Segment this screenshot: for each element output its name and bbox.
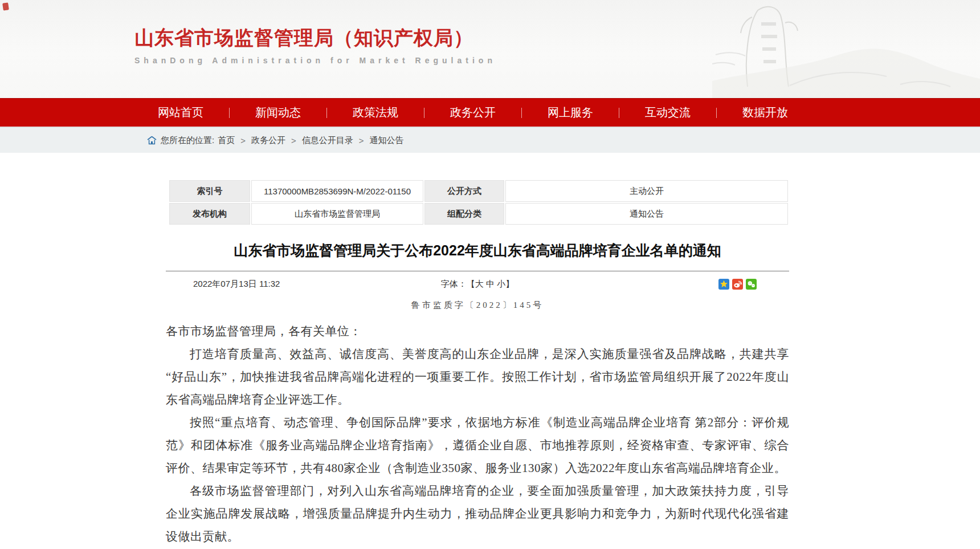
weibo-share-icon[interactable] — [732, 279, 743, 290]
info-label-issuing-agency: 发布机构 — [169, 203, 250, 225]
nav-item-home[interactable]: 网站首页 — [157, 105, 204, 120]
site-logo-block: 山东省市场监督管理局（知识产权局） ShanDong Administratio… — [134, 25, 496, 65]
breadcrumb-separator: > — [359, 136, 364, 145]
body-paragraph: 打造培育质量高、效益高、诚信度高、美誉度高的山东企业品牌，是深入实施质量强省及品… — [166, 343, 789, 411]
page: 山东省市场监督管理局（知识产权局） ShanDong Administratio… — [0, 0, 980, 549]
nav-separator — [229, 108, 230, 118]
info-value-issuing-agency: 山东省市场监督管理局 — [251, 203, 423, 225]
nav-separator — [716, 108, 717, 118]
main-navbar: 网站首页 新闻动态 政策法规 政务公开 网上服务 互动交流 数据开放 — [0, 98, 980, 127]
breadcrumb-item-home[interactable]: 首页 — [218, 135, 235, 146]
document-reference-number: 鲁市监质字〔2022〕145号 — [166, 300, 789, 311]
breadcrumb-item-info-directory[interactable]: 信息公开目录 — [302, 135, 353, 146]
nav-item-online-services[interactable]: 网上服务 — [547, 105, 594, 120]
nav-separator — [424, 108, 424, 118]
breadcrumb-separator: > — [240, 136, 246, 145]
corner-red-mark — [2, 2, 9, 10]
nav-item-news[interactable]: 新闻动态 — [255, 105, 301, 120]
site-subtitle-english: ShanDong Administration for Market Regul… — [134, 56, 496, 65]
info-label-index-number: 索引号 — [169, 180, 250, 202]
share-buttons — [718, 279, 789, 290]
nav-item-open-data[interactable]: 数据开放 — [742, 105, 789, 120]
breadcrumb-item-gov-affairs[interactable]: 政务公开 — [251, 135, 285, 146]
breadcrumb-prefix: 您所在的位置: — [161, 135, 214, 146]
info-value-disclosure-method: 主动公开 — [505, 180, 788, 202]
article-body: 各市市场监督管理局，各有关单位： 打造培育质量高、效益高、诚信度高、美誉度高的山… — [166, 320, 789, 548]
nav-separator — [326, 108, 327, 118]
nav-item-policies[interactable]: 政策法规 — [352, 105, 399, 120]
mountain-ink-artwork — [712, 0, 980, 98]
breadcrumb-item-notices[interactable]: 通知公告 — [369, 135, 403, 146]
info-value-category: 通知公告 — [505, 203, 788, 225]
nav-item-interaction[interactable]: 互动交流 — [644, 105, 691, 120]
nav-item-gov-affairs[interactable]: 政务公开 — [450, 105, 496, 120]
font-size-options[interactable]: 【大 中 小】 — [467, 279, 514, 290]
breadcrumb: 您所在的位置: 首页 > 政务公开 > 信息公开目录 > 通知公告 — [0, 127, 980, 153]
info-label-category: 组配分类 — [424, 203, 504, 225]
home-icon — [147, 136, 157, 145]
info-table-row: 索引号 11370000MB2853699N-M/2022-01150 公开方式… — [169, 180, 788, 202]
site-title: 山东省市场监督管理局（知识产权局） — [134, 25, 496, 51]
body-paragraph: 各级市场监督管理部门，对列入山东省高端品牌培育的企业，要全面加强质量管理，加大政… — [166, 479, 789, 548]
body-paragraph: 按照“重点培育、动态管理、争创国际品牌”要求，依据地方标准《制造业高端品牌企业培… — [166, 411, 789, 479]
nav-separator — [521, 108, 522, 118]
content-area: 索引号 11370000MB2853699N-M/2022-01150 公开方式… — [0, 153, 980, 548]
site-header: 山东省市场监督管理局（知识产权局） ShanDong Administratio… — [0, 0, 980, 98]
info-label-disclosure-method: 公开方式 — [424, 180, 504, 202]
qzone-share-icon[interactable] — [718, 279, 729, 290]
font-size-control: 字体： 【大 中 小】 — [441, 279, 514, 290]
title-divider — [166, 271, 789, 271]
article-meta-row: 2022年07月13日 11:32 字体： 【大 中 小】 — [166, 279, 789, 290]
publish-date: 2022年07月13日 11:32 — [166, 279, 280, 290]
nav-separator — [619, 108, 619, 118]
document-info-table: 索引号 11370000MB2853699N-M/2022-01150 公开方式… — [168, 179, 789, 226]
wechat-share-icon[interactable] — [746, 279, 757, 290]
breadcrumb-separator: > — [291, 136, 296, 145]
article-title: 山东省市场监督管理局关于公布2022年度山东省高端品牌培育企业名单的通知 — [166, 241, 789, 260]
salutation-line: 各市市场监督管理局，各有关单位： — [166, 320, 789, 343]
info-table-row: 发布机构 山东省市场监督管理局 组配分类 通知公告 — [169, 203, 788, 225]
font-size-label: 字体： — [441, 279, 467, 290]
info-value-index-number: 11370000MB2853699N-M/2022-01150 — [251, 180, 423, 202]
